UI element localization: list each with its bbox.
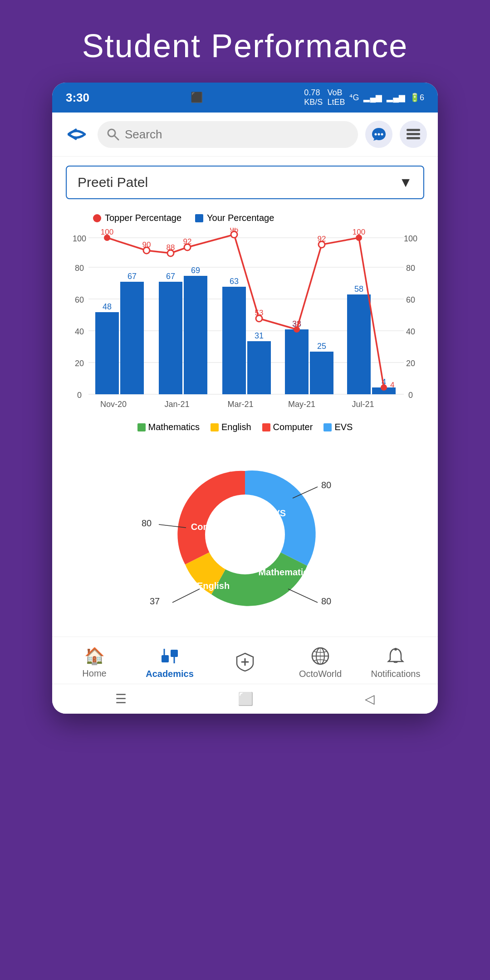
- nav-octoworld[interactable]: OctoWorld: [293, 646, 348, 679]
- svg-text:60: 60: [75, 295, 84, 304]
- svg-text:67: 67: [166, 272, 175, 281]
- svg-text:20: 20: [406, 359, 415, 368]
- bottom-nav: 🏠 Home Academics: [52, 637, 438, 684]
- nav-center[interactable]: [218, 652, 272, 674]
- svg-text:69: 69: [191, 266, 200, 275]
- home-icon: 🏠: [84, 647, 105, 666]
- time: 3:30: [66, 91, 89, 105]
- student-name: Preeti Patel: [78, 175, 148, 190]
- svg-rect-30: [159, 282, 182, 394]
- signal-bars2: ▂▄▆: [387, 93, 405, 103]
- nav-notifications-label: Notifications: [371, 669, 421, 679]
- svg-text:80: 80: [321, 480, 331, 490]
- svg-rect-5: [407, 129, 420, 131]
- svg-text:May-21: May-21: [288, 400, 315, 409]
- student-dropdown[interactable]: Preeti Patel ▼: [66, 166, 424, 199]
- legend-computer: Computer: [262, 422, 313, 432]
- svg-text:40: 40: [406, 327, 415, 336]
- svg-text:53: 53: [255, 309, 264, 317]
- svg-text:63: 63: [230, 277, 239, 286]
- svg-point-4: [381, 133, 383, 136]
- bell-icon: [386, 646, 406, 666]
- legend-math: Mathematics: [137, 422, 200, 432]
- svg-text:Computer: Computer: [191, 522, 234, 532]
- svg-text:100: 100: [353, 228, 365, 236]
- svg-text:20: 20: [75, 359, 84, 368]
- svg-point-3: [378, 133, 380, 136]
- nav-academics-label: Academics: [146, 669, 194, 679]
- search-bar[interactable]: [98, 121, 358, 148]
- svg-text:80: 80: [142, 518, 152, 528]
- search-icon: [107, 128, 119, 141]
- academics-icon: [160, 646, 180, 666]
- nav-octoworld-label: OctoWorld: [299, 669, 342, 679]
- svg-text:96: 96: [230, 228, 239, 234]
- svg-text:Nov-20: Nov-20: [100, 400, 127, 409]
- bar-chart: 100 80 60 40 20 0 100 80 60 40 20 0: [66, 228, 424, 418]
- svg-rect-85: [171, 650, 178, 657]
- nav-notifications[interactable]: Notifications: [368, 646, 423, 679]
- nav-home[interactable]: 🏠 Home: [67, 647, 122, 679]
- svg-rect-28: [120, 282, 144, 394]
- svg-rect-84: [162, 655, 169, 662]
- svg-rect-26: [95, 312, 119, 394]
- svg-text:92: 92: [318, 235, 326, 243]
- home-sys-btn[interactable]: ⬜: [238, 691, 254, 706]
- svg-rect-34: [222, 287, 246, 394]
- legend-english: English: [211, 422, 251, 432]
- svg-text:92: 92: [183, 237, 192, 246]
- legend-evs: EVS: [323, 422, 353, 432]
- svg-line-1: [114, 136, 118, 140]
- back-sys-btn[interactable]: ◁: [365, 691, 375, 706]
- svg-rect-32: [184, 276, 207, 394]
- nav-academics[interactable]: Academics: [142, 646, 197, 679]
- svg-text:48: 48: [103, 302, 112, 311]
- page-title: Student Performance: [0, 0, 490, 83]
- voip-icon: VoBLtEB: [327, 88, 345, 107]
- svg-text:37: 37: [150, 596, 160, 606]
- svg-rect-6: [407, 133, 420, 135]
- chart-legend-bottom: Mathematics English Computer EVS: [66, 422, 424, 432]
- bar-chart-container: Topper Percentage Your Percentage 100 80…: [66, 208, 424, 437]
- svg-text:100: 100: [73, 234, 86, 243]
- svg-text:Mar-21: Mar-21: [227, 400, 253, 409]
- svg-rect-36: [247, 341, 271, 394]
- svg-text:80: 80: [406, 264, 415, 273]
- svg-text:100: 100: [101, 228, 113, 236]
- svg-text:90: 90: [142, 240, 151, 249]
- status-bar: 3:30 ⬛ 0.78KB/S VoBLtEB ⁴G ▂▄▆ ▂▄▆ 🔋6: [52, 83, 438, 113]
- svg-text:88: 88: [167, 243, 175, 252]
- network-speed: 0.78KB/S: [304, 88, 323, 107]
- svg-rect-42: [347, 294, 371, 394]
- svg-point-71: [205, 495, 285, 574]
- svg-line-80: [172, 589, 200, 603]
- system-nav: ☰ ⬜ ◁: [52, 684, 438, 714]
- back-button[interactable]: [63, 121, 90, 148]
- svg-line-82: [288, 589, 318, 603]
- svg-text:60: 60: [406, 295, 415, 304]
- menu-button[interactable]: [400, 121, 427, 148]
- svg-point-2: [375, 133, 377, 136]
- phone-frame: 3:30 ⬛ 0.78KB/S VoBLtEB ⁴G ▂▄▆ ▂▄▆ 🔋6: [52, 83, 438, 714]
- battery: 🔋6: [410, 93, 424, 103]
- svg-rect-40: [310, 352, 333, 394]
- top-nav: [52, 113, 438, 157]
- dropdown-arrow: ▼: [399, 175, 412, 190]
- svg-text:40: 40: [75, 327, 84, 336]
- svg-text:25: 25: [317, 342, 326, 351]
- svg-rect-7: [407, 137, 420, 139]
- main-content: Preeti Patel ▼ Topper Percentage Your Pe…: [52, 157, 438, 637]
- svg-text:38: 38: [293, 319, 301, 328]
- svg-text:Jan-21: Jan-21: [164, 400, 189, 409]
- signal-4g: ⁴G: [349, 93, 359, 103]
- svg-text:67: 67: [127, 272, 137, 281]
- svg-text:58: 58: [354, 284, 363, 294]
- page-background: Student Performance 3:30 ⬛ 0.78KB/S VoBL…: [0, 0, 490, 980]
- svg-text:4: 4: [390, 381, 394, 389]
- svg-text:0: 0: [408, 391, 413, 400]
- search-input[interactable]: [125, 127, 349, 142]
- svg-text:EVS: EVS: [268, 508, 286, 518]
- menu-sys-btn[interactable]: ☰: [115, 691, 127, 706]
- chat-button[interactable]: [365, 121, 392, 148]
- screen-icon: ⬛: [191, 92, 203, 103]
